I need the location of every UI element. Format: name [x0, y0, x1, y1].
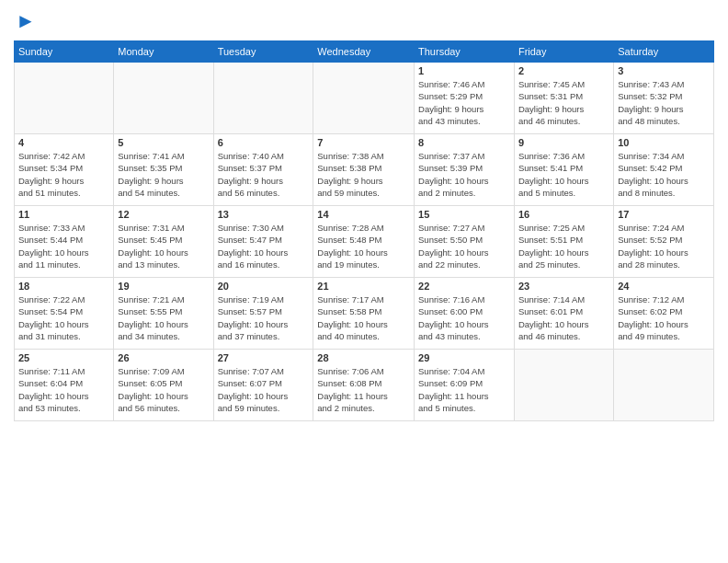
calendar-header-thursday: Thursday [415, 41, 515, 63]
day-number: 4 [18, 137, 109, 148]
calendar-day [114, 63, 213, 134]
day-number: 18 [18, 281, 109, 292]
day-info: Sunrise: 7:24 AM Sunset: 5:52 PM Dayligh… [618, 222, 710, 270]
calendar-week-row: 25Sunrise: 7:11 AM Sunset: 6:04 PM Dayli… [15, 350, 714, 421]
calendar-header-monday: Monday [114, 41, 213, 63]
day-number: 7 [317, 137, 410, 148]
day-info: Sunrise: 7:27 AM Sunset: 5:50 PM Dayligh… [418, 222, 510, 270]
calendar-day: 23Sunrise: 7:14 AM Sunset: 6:01 PM Dayli… [514, 278, 613, 350]
calendar-header-row: SundayMondayTuesdayWednesdayThursdayFrid… [15, 41, 714, 63]
calendar-day: 12Sunrise: 7:31 AM Sunset: 5:45 PM Dayli… [114, 206, 213, 278]
calendar-week-row: 18Sunrise: 7:22 AM Sunset: 5:54 PM Dayli… [15, 278, 714, 350]
day-info: Sunrise: 7:25 AM Sunset: 5:51 PM Dayligh… [518, 222, 609, 270]
header: ► [14, 9, 714, 33]
day-info: Sunrise: 7:31 AM Sunset: 5:45 PM Dayligh… [118, 222, 209, 270]
day-number: 25 [18, 352, 109, 363]
day-number: 11 [18, 209, 109, 220]
day-number: 21 [317, 281, 410, 292]
calendar-day: 21Sunrise: 7:17 AM Sunset: 5:58 PM Dayli… [313, 278, 415, 350]
day-number: 22 [418, 281, 510, 292]
day-number: 1 [418, 65, 510, 76]
day-number: 13 [218, 209, 310, 220]
day-number: 24 [618, 281, 710, 292]
calendar-day: 5Sunrise: 7:41 AM Sunset: 5:35 PM Daylig… [114, 134, 213, 206]
calendar-day: 28Sunrise: 7:06 AM Sunset: 6:08 PM Dayli… [313, 350, 415, 421]
calendar-day: 27Sunrise: 7:07 AM Sunset: 6:07 PM Dayli… [213, 350, 313, 421]
day-info: Sunrise: 7:16 AM Sunset: 6:00 PM Dayligh… [418, 293, 510, 342]
day-number: 16 [518, 209, 609, 220]
calendar-week-row: 4Sunrise: 7:42 AM Sunset: 5:34 PM Daylig… [15, 134, 714, 206]
day-number: 27 [218, 352, 310, 363]
calendar-day: 24Sunrise: 7:12 AM Sunset: 6:02 PM Dayli… [614, 278, 714, 350]
day-number: 8 [418, 137, 510, 148]
day-info: Sunrise: 7:38 AM Sunset: 5:38 PM Dayligh… [317, 150, 410, 199]
day-info: Sunrise: 7:45 AM Sunset: 5:31 PM Dayligh… [518, 78, 609, 127]
day-info: Sunrise: 7:19 AM Sunset: 5:57 PM Dayligh… [218, 293, 310, 342]
day-info: Sunrise: 7:17 AM Sunset: 5:58 PM Dayligh… [317, 293, 410, 342]
calendar-day [213, 63, 313, 134]
calendar-day: 2Sunrise: 7:45 AM Sunset: 5:31 PM Daylig… [514, 63, 613, 134]
calendar-week-row: 1Sunrise: 7:46 AM Sunset: 5:29 PM Daylig… [15, 63, 714, 134]
calendar-day: 18Sunrise: 7:22 AM Sunset: 5:54 PM Dayli… [15, 278, 114, 350]
day-info: Sunrise: 7:14 AM Sunset: 6:01 PM Dayligh… [518, 293, 609, 342]
calendar-day: 7Sunrise: 7:38 AM Sunset: 5:38 PM Daylig… [313, 134, 415, 206]
day-number: 2 [518, 65, 609, 76]
calendar-table: SundayMondayTuesdayWednesdayThursdayFrid… [14, 40, 714, 421]
day-number: 5 [118, 137, 209, 148]
calendar-header-tuesday: Tuesday [213, 41, 313, 63]
calendar-day: 17Sunrise: 7:24 AM Sunset: 5:52 PM Dayli… [614, 206, 714, 278]
calendar-day: 29Sunrise: 7:04 AM Sunset: 6:09 PM Dayli… [415, 350, 515, 421]
day-info: Sunrise: 7:12 AM Sunset: 6:02 PM Dayligh… [618, 293, 710, 342]
calendar-header-sunday: Sunday [15, 41, 114, 63]
calendar-day: 13Sunrise: 7:30 AM Sunset: 5:47 PM Dayli… [213, 206, 313, 278]
day-info: Sunrise: 7:07 AM Sunset: 6:07 PM Dayligh… [218, 365, 310, 414]
calendar-day: 20Sunrise: 7:19 AM Sunset: 5:57 PM Dayli… [213, 278, 313, 350]
calendar-day: 25Sunrise: 7:11 AM Sunset: 6:04 PM Dayli… [15, 350, 114, 421]
day-number: 6 [218, 137, 310, 148]
day-info: Sunrise: 7:30 AM Sunset: 5:47 PM Dayligh… [218, 222, 310, 270]
calendar-header-saturday: Saturday [614, 41, 714, 63]
calendar-week-row: 11Sunrise: 7:33 AM Sunset: 5:44 PM Dayli… [15, 206, 714, 278]
day-number: 15 [418, 209, 510, 220]
calendar-header-wednesday: Wednesday [313, 41, 415, 63]
calendar-day: 19Sunrise: 7:21 AM Sunset: 5:55 PM Dayli… [114, 278, 213, 350]
calendar-day: 14Sunrise: 7:28 AM Sunset: 5:48 PM Dayli… [313, 206, 415, 278]
calendar-day: 15Sunrise: 7:27 AM Sunset: 5:50 PM Dayli… [415, 206, 515, 278]
calendar-day: 22Sunrise: 7:16 AM Sunset: 6:00 PM Dayli… [415, 278, 515, 350]
day-info: Sunrise: 7:41 AM Sunset: 5:35 PM Dayligh… [118, 150, 209, 199]
day-info: Sunrise: 7:11 AM Sunset: 6:04 PM Dayligh… [18, 365, 109, 414]
calendar-day: 3Sunrise: 7:43 AM Sunset: 5:32 PM Daylig… [614, 63, 714, 134]
calendar-day [15, 63, 114, 134]
day-info: Sunrise: 7:22 AM Sunset: 5:54 PM Dayligh… [18, 293, 109, 342]
day-info: Sunrise: 7:37 AM Sunset: 5:39 PM Dayligh… [418, 150, 510, 199]
calendar-day [614, 350, 714, 421]
day-number: 26 [118, 352, 209, 363]
calendar-day: 11Sunrise: 7:33 AM Sunset: 5:44 PM Dayli… [15, 206, 114, 278]
day-info: Sunrise: 7:21 AM Sunset: 5:55 PM Dayligh… [118, 293, 209, 342]
calendar-day: 8Sunrise: 7:37 AM Sunset: 5:39 PM Daylig… [415, 134, 515, 206]
day-info: Sunrise: 7:34 AM Sunset: 5:42 PM Dayligh… [618, 150, 710, 199]
calendar-day: 10Sunrise: 7:34 AM Sunset: 5:42 PM Dayli… [614, 134, 714, 206]
day-info: Sunrise: 7:09 AM Sunset: 6:05 PM Dayligh… [118, 365, 209, 414]
day-number: 19 [118, 281, 209, 292]
day-number: 10 [618, 137, 710, 148]
calendar-day: 9Sunrise: 7:36 AM Sunset: 5:41 PM Daylig… [514, 134, 613, 206]
calendar-day: 26Sunrise: 7:09 AM Sunset: 6:05 PM Dayli… [114, 350, 213, 421]
calendar-day: 4Sunrise: 7:42 AM Sunset: 5:34 PM Daylig… [15, 134, 114, 206]
day-number: 3 [618, 65, 710, 76]
day-info: Sunrise: 7:46 AM Sunset: 5:29 PM Dayligh… [418, 78, 510, 127]
calendar-day [514, 350, 613, 421]
day-info: Sunrise: 7:06 AM Sunset: 6:08 PM Dayligh… [317, 365, 410, 414]
calendar-day: 1Sunrise: 7:46 AM Sunset: 5:29 PM Daylig… [415, 63, 515, 134]
day-number: 14 [317, 209, 410, 220]
day-number: 12 [118, 209, 209, 220]
calendar-header-friday: Friday [514, 41, 613, 63]
day-info: Sunrise: 7:43 AM Sunset: 5:32 PM Dayligh… [618, 78, 710, 127]
day-number: 28 [317, 352, 410, 363]
day-number: 23 [518, 281, 609, 292]
day-info: Sunrise: 7:28 AM Sunset: 5:48 PM Dayligh… [317, 222, 410, 270]
day-number: 29 [418, 352, 510, 363]
day-info: Sunrise: 7:36 AM Sunset: 5:41 PM Dayligh… [518, 150, 609, 199]
day-info: Sunrise: 7:40 AM Sunset: 5:37 PM Dayligh… [218, 150, 310, 199]
logo-bird-icon: ► [16, 9, 36, 33]
